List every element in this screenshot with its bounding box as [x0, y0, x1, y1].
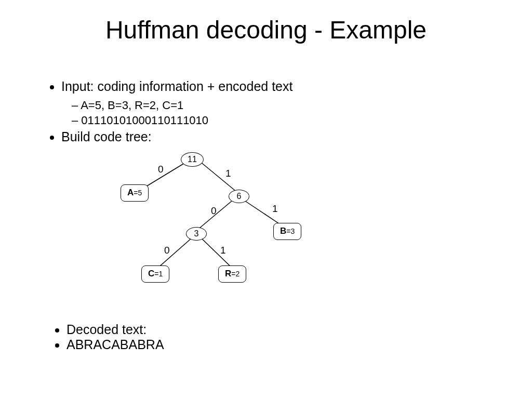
- edge-label-0: 0: [211, 204, 217, 218]
- node-internal-3: 3: [186, 227, 207, 241]
- edge-label-0: 0: [158, 163, 164, 176]
- svg-line-4: [156, 238, 191, 270]
- svg-line-1: [200, 162, 239, 194]
- decoded-value: ABRACABABRA: [66, 337, 164, 352]
- node-leaf-C: C=1: [141, 265, 169, 283]
- node-leaf-R: R=2: [218, 265, 246, 283]
- content: Input: coding information + encoded text…: [47, 78, 501, 306]
- node-internal-6: 6: [229, 190, 249, 203]
- decoded-section: Decoded text: ABRACABABRA: [52, 322, 164, 352]
- bullet-build: Build code tree:: [61, 128, 501, 146]
- page-title: Huffman decoding - Example: [0, 0, 532, 44]
- decoded-label: Decoded text:: [66, 322, 164, 337]
- node-root-11: 11: [181, 152, 204, 167]
- node-leaf-B: B=3: [273, 223, 301, 240]
- edge-label-1: 1: [272, 202, 278, 216]
- bullet-bits: 01110101000110111010: [82, 113, 501, 128]
- bullet-input: Input: coding information + encoded text: [61, 78, 501, 96]
- edge-label-0: 0: [164, 244, 170, 257]
- huffman-tree: 11 A=5 6 3 B=3 C=1 R=2 0 1 0 1 0 1: [114, 150, 426, 306]
- edge-label-1: 1: [220, 244, 226, 257]
- bullet-freq: A=5, B=3, R=2, C=1: [82, 98, 501, 113]
- edge-label-1: 1: [225, 167, 231, 180]
- svg-line-5: [202, 238, 234, 270]
- node-leaf-A: A=5: [121, 184, 149, 202]
